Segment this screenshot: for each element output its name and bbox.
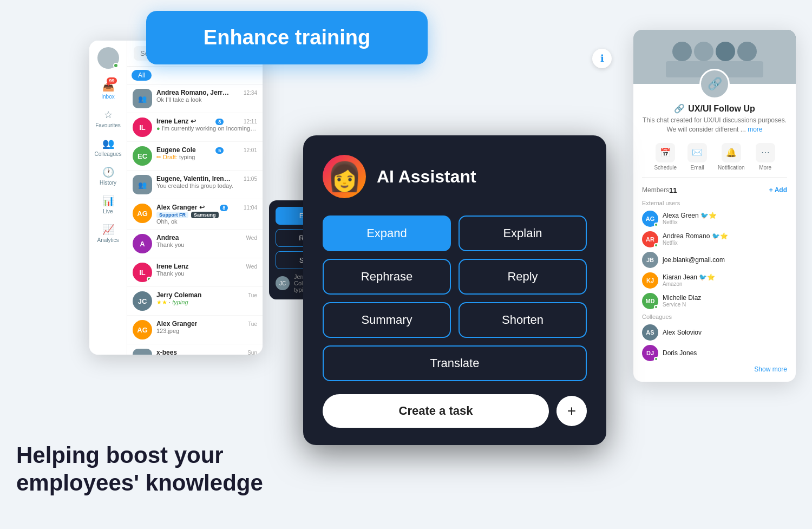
chat-info: Irene Lenz ↩ 8 12:11 ● I'm currently wor… bbox=[156, 117, 257, 132]
email-label: Email bbox=[691, 165, 704, 171]
list-item[interactable]: A Andrea Wed Thank you bbox=[127, 230, 263, 258]
chat-time: 12:01 bbox=[244, 147, 257, 153]
ai-explain-button[interactable]: Explain bbox=[459, 215, 587, 251]
sidebar-item-colleagues[interactable]: 👥 Colleagues bbox=[89, 133, 127, 161]
members-row: Members 11 + Add bbox=[642, 186, 787, 194]
member-item: AR Andrea Romano 🐦⭐ Netflix bbox=[642, 231, 787, 247]
list-item[interactable]: AG Alex Granger Tue 123.jpeg bbox=[127, 316, 263, 344]
chat-time: Sun bbox=[247, 350, 257, 355]
channel-avatar: 🔗 bbox=[699, 69, 730, 99]
list-item[interactable]: 👥 x-bees Sun Eugeniy, ok bbox=[127, 344, 263, 355]
ai-shorten-button[interactable]: Shorten bbox=[459, 302, 587, 338]
avatar: JC bbox=[133, 291, 152, 311]
list-item[interactable]: IL Irene Lenz ↩ 8 12:11 ● I'm currently … bbox=[127, 113, 263, 142]
enhance-banner-text: Enhance training bbox=[204, 26, 370, 49]
ai-summary-button[interactable]: Summary bbox=[323, 302, 451, 338]
unread-badge: 5 bbox=[215, 147, 224, 154]
sidebar: 📥 99 Inbox ☆ Favourites 👥 Colleagues 🕐 H… bbox=[89, 41, 127, 355]
add-member-button[interactable]: + Add bbox=[769, 186, 787, 194]
chat-preview: ● I'm currently working on Incoming mes.… bbox=[156, 125, 257, 132]
chat-time: Wed bbox=[246, 235, 257, 241]
member-info: Michelle Diaz Service N bbox=[663, 294, 701, 308]
chat-preview-msg: Ohh, ok bbox=[156, 218, 257, 225]
sidebar-item-favourites[interactable]: ☆ Favourites bbox=[89, 104, 127, 133]
info-icon-button[interactable]: ℹ bbox=[592, 49, 612, 68]
inbox-label: Inbox bbox=[101, 94, 114, 100]
avatar: IL bbox=[133, 117, 152, 137]
chat-name: Eugene, Valentin, Irene, Vasyly, E... bbox=[156, 175, 232, 182]
chat-info: Andrea Wed Thank you bbox=[156, 234, 257, 248]
list-item[interactable]: AG Alex Granger ↩ 8 11:04 Support FR Sam… bbox=[127, 199, 263, 230]
list-item[interactable]: 👥 Eugene, Valentin, Irene, Vasyly, E... … bbox=[127, 171, 263, 199]
ai-buttons-grid: Expand Explain Rephrase Reply Summary Sh… bbox=[323, 215, 587, 338]
member-info: Doris Jones bbox=[663, 349, 697, 357]
member-name: Alex Soloviov bbox=[663, 329, 702, 336]
user-avatar[interactable] bbox=[97, 47, 119, 69]
enhance-banner: Enhance training bbox=[146, 11, 428, 64]
list-item[interactable]: 👥 Andrea Romano, Jerry Coleman 12:34 Ok … bbox=[127, 84, 263, 113]
svg-point-1 bbox=[672, 42, 692, 61]
chat-list-panel: 📥 99 Inbox ☆ Favourites 👥 Colleagues 🕐 H… bbox=[89, 41, 263, 355]
avatar: A bbox=[133, 234, 152, 253]
avatar: AS bbox=[642, 324, 658, 341]
avatar: AG bbox=[642, 211, 658, 227]
show-more-link[interactable]: Show more bbox=[642, 365, 787, 373]
background-text: Helping boost your employees' knowledge bbox=[16, 442, 263, 497]
panel-actions: 📅 Schedule ✉️ Email 🔔 Notification ⋯ Mor… bbox=[642, 143, 787, 178]
chat-name: Alex Granger bbox=[156, 320, 197, 328]
list-item[interactable]: JC Jerry Coleman Tue ★★ · typing bbox=[127, 287, 263, 316]
ai-rephrase-button[interactable]: Rephrase bbox=[323, 259, 451, 295]
ai-reply-button[interactable]: Reply bbox=[459, 259, 587, 295]
ai-expand-button[interactable]: Expand bbox=[323, 215, 451, 251]
notification-icon: 🔔 bbox=[722, 143, 741, 162]
colleagues-label: Colleagues bbox=[94, 151, 121, 157]
chat-preview: Thank you bbox=[156, 270, 257, 277]
chat-name: Irene Lenz bbox=[156, 263, 188, 270]
external-users-label: External users bbox=[642, 200, 787, 206]
member-name: Alexa Green 🐦⭐ bbox=[663, 212, 717, 219]
email-action[interactable]: ✉️ Email bbox=[687, 143, 707, 171]
tab-all[interactable]: All bbox=[132, 70, 152, 81]
email-icon: ✉️ bbox=[687, 143, 707, 162]
chat-info: Jerry Coleman Tue ★★ · typing bbox=[156, 291, 257, 306]
sidebar-item-live[interactable]: 📊 Live bbox=[89, 190, 127, 219]
list-item[interactable]: EC Eugene Cole 5 12:01 ✏ Draft: typing bbox=[127, 142, 263, 171]
member-name: Doris Jones bbox=[663, 349, 697, 357]
chat-name: Eugene Cole bbox=[156, 146, 196, 154]
chat-name: Alex Granger ↩ bbox=[156, 204, 205, 211]
ai-title: AI Assistant bbox=[377, 167, 476, 187]
favourites-label: Favourites bbox=[95, 122, 121, 128]
conversation-list: 👥 Andrea Romano, Jerry Coleman 12:34 Ok … bbox=[127, 84, 263, 355]
notification-action[interactable]: 🔔 Notification bbox=[718, 143, 744, 171]
member-info: Alex Soloviov bbox=[663, 329, 702, 336]
chat-info: Eugene, Valentin, Irene, Vasyly, E... 11… bbox=[156, 175, 257, 189]
list-item[interactable]: IL Irene Lenz Wed Thank you bbox=[127, 258, 263, 287]
sidebar-item-history[interactable]: 🕐 History bbox=[89, 161, 127, 190]
analytics-label: Analytics bbox=[97, 237, 119, 243]
right-panel: 🔗 🔗 UX/UI Follow Up This chat created fo… bbox=[633, 30, 796, 382]
history-label: History bbox=[100, 180, 116, 186]
chat-info: x-bees Sun Eugeniy, ok bbox=[156, 349, 257, 355]
panel-body: 🔗 UX/UI Follow Up This chat created for … bbox=[633, 84, 796, 382]
live-label: Live bbox=[103, 208, 113, 214]
member-sub: Service N bbox=[663, 302, 701, 308]
ai-avatar: 👩 bbox=[323, 155, 366, 198]
member-info: Andrea Romano 🐦⭐ Netflix bbox=[663, 232, 728, 246]
chat-preview: ★★ · typing bbox=[156, 299, 257, 306]
member-name: Kiaran Jean 🐦⭐ bbox=[663, 273, 715, 281]
colleagues-icon: 👥 bbox=[102, 137, 115, 150]
plus-button[interactable]: + bbox=[556, 396, 587, 426]
schedule-action[interactable]: 📅 Schedule bbox=[654, 143, 677, 171]
sidebar-item-analytics[interactable]: 📈 Analytics bbox=[89, 219, 127, 247]
chat-info: Andrea Romano, Jerry Coleman 12:34 Ok I'… bbox=[156, 89, 257, 103]
more-link[interactable]: more bbox=[748, 126, 762, 133]
avatar: 👥 bbox=[133, 175, 152, 194]
more-icon: ⋯ bbox=[756, 143, 775, 162]
ai-translate-button[interactable]: Translate bbox=[323, 345, 587, 381]
chat-preview: Ok I'll take a look bbox=[156, 96, 257, 103]
sidebar-item-inbox[interactable]: 📥 99 Inbox bbox=[89, 75, 127, 104]
more-action[interactable]: ⋯ More bbox=[756, 143, 775, 171]
create-task-button[interactable]: Create a task bbox=[323, 394, 549, 428]
chat-main: All 👥 Andrea Romano, Jerry Coleman 12:34… bbox=[127, 41, 263, 355]
chat-preview: ✏ Draft: typing bbox=[156, 154, 257, 161]
